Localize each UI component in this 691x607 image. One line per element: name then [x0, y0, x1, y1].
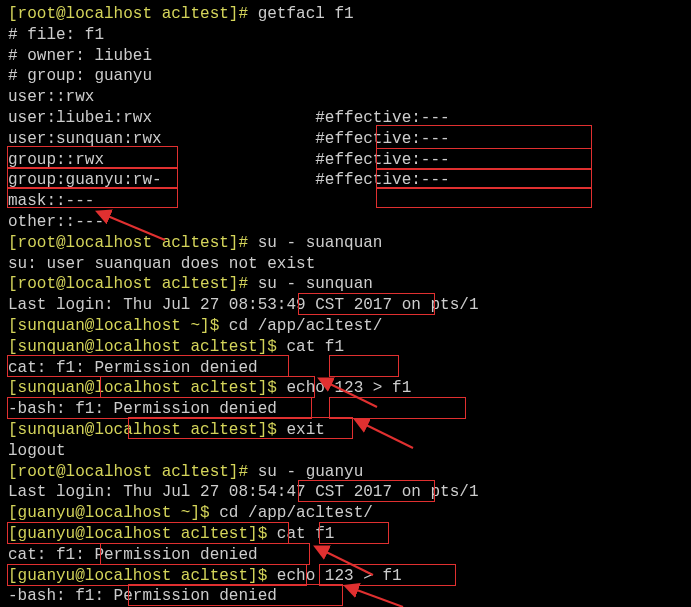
acl-entry: user:liubei:rwx — [8, 109, 315, 127]
prompt-text: [sunquan@localhost ~]$ — [8, 317, 229, 335]
terminal-line: group::rwx #effective:--- — [8, 150, 683, 171]
terminal-line: [guanyu@localhost acltest]$ cat f1 — [8, 524, 683, 545]
command-text: exit — [286, 421, 324, 439]
prompt-text: [sunquan@localhost acltest]$ — [8, 338, 286, 356]
command-text: cat f1 — [277, 525, 335, 543]
effective-comment: #effective:--- — [315, 109, 449, 127]
prompt-text: [sunquan@localhost acltest]$ — [8, 379, 286, 397]
terminal-line: Last login: Thu Jul 27 08:53:49 CST 2017… — [8, 295, 683, 316]
terminal-line: [sunquan@localhost acltest]$ echo 123 > … — [8, 378, 683, 399]
acl-entry: user:sunquan:rwx — [8, 130, 315, 148]
prompt-text: [sunquan@localhost acltest]$ — [8, 421, 286, 439]
command-text: su - guanyu — [258, 463, 364, 481]
terminal-line: [guanyu@localhost acltest]$ echo 123 > f… — [8, 566, 683, 587]
terminal-line: -bash: f1: Permission denied — [8, 399, 683, 420]
command-text: cd /app/acltest/ — [219, 504, 373, 522]
effective-comment: #effective:--- — [315, 130, 449, 148]
terminal-line: [root@localhost acltest]# su - guanyu — [8, 462, 683, 483]
terminal-line: user:sunquan:rwx #effective:--- — [8, 129, 683, 150]
effective-comment: #effective:--- — [315, 151, 449, 169]
prompt-text: [guanyu@localhost ~]$ — [8, 504, 219, 522]
terminal-line: [sunquan@localhost acltest]$ cat f1 — [8, 337, 683, 358]
command-text: su - sunquan — [258, 275, 373, 293]
terminal-line: logout — [8, 441, 683, 462]
terminal-line: [sunquan@localhost ~]$ cd /app/acltest/ — [8, 316, 683, 337]
prompt-text: [root@localhost acltest]# — [8, 463, 258, 481]
terminal-line: [root@localhost acltest]# getfacl f1 — [8, 4, 683, 25]
terminal-line: Last login: Thu Jul 27 08:54:47 CST 2017… — [8, 482, 683, 503]
terminal-line: [sunquan@localhost acltest]$ exit — [8, 420, 683, 441]
terminal-line: su: user suanquan does not exist — [8, 254, 683, 275]
command-text: echo 123 > f1 — [286, 379, 411, 397]
effective-comment: #effective:--- — [315, 171, 449, 189]
terminal-line: cat: f1: Permission denied — [8, 545, 683, 566]
command-text: echo 123 > f1 — [277, 567, 402, 585]
terminal-line: cat: f1: Permission denied — [8, 358, 683, 379]
terminal-line: # group: guanyu — [8, 66, 683, 87]
acl-entry: group::rwx — [8, 151, 315, 169]
terminal-line: # file: f1 — [8, 25, 683, 46]
acl-entry: group:guanyu:rw- — [8, 171, 315, 189]
command-text: getfacl f1 — [258, 5, 354, 23]
prompt-text: [guanyu@localhost acltest]$ — [8, 525, 277, 543]
terminal-line: user::rwx — [8, 87, 683, 108]
prompt-text: [guanyu@localhost acltest]$ — [8, 567, 277, 585]
terminal-line: [root@localhost acltest]# su - sunquan — [8, 274, 683, 295]
terminal-line: group:guanyu:rw- #effective:--- — [8, 170, 683, 191]
prompt-text: [root@localhost acltest]# — [8, 5, 258, 23]
prompt-text: [root@localhost acltest]# — [8, 234, 258, 252]
terminal-line: mask::--- — [8, 191, 683, 212]
command-text: cat f1 — [286, 338, 344, 356]
terminal-line: [guanyu@localhost ~]$ cd /app/acltest/ — [8, 503, 683, 524]
command-text: su - suanquan — [258, 234, 383, 252]
terminal-line: [root@localhost acltest]# su - suanquan — [8, 233, 683, 254]
terminal-line: # owner: liubei — [8, 46, 683, 67]
command-text: cd /app/acltest/ — [229, 317, 383, 335]
terminal-line: -bash: f1: Permission denied — [8, 586, 683, 607]
terminal-line: user:liubei:rwx #effective:--- — [8, 108, 683, 129]
terminal-line: other::--- — [8, 212, 683, 233]
prompt-text: [root@localhost acltest]# — [8, 275, 258, 293]
